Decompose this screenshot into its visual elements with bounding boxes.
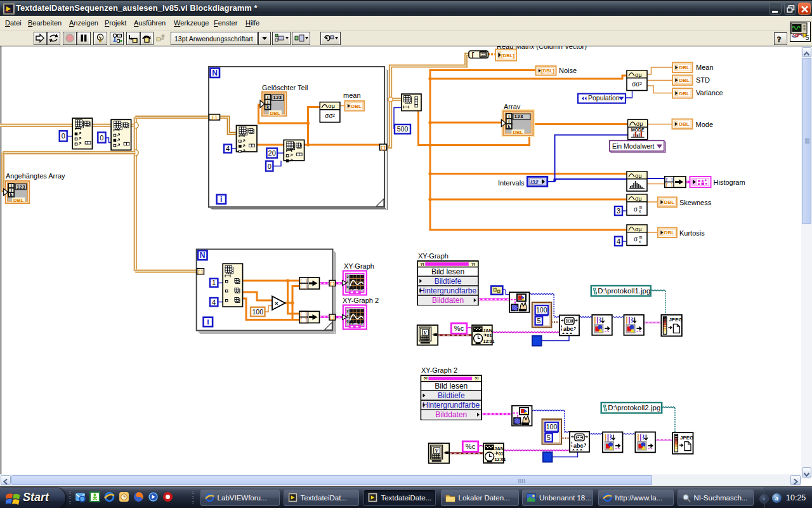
svg-text:abc: abc — [573, 443, 584, 449]
svg-text:100: 100 — [546, 423, 558, 431]
svg-text:MODE: MODE — [631, 128, 645, 132]
svg-text:DBL: DBL — [664, 199, 675, 205]
svg-text:Intervals: Intervals — [498, 179, 525, 187]
svg-text:N: N — [212, 69, 218, 77]
svg-text:[]: [] — [329, 315, 335, 320]
svg-text:DBL: DBL — [664, 230, 675, 236]
svg-text:I32: I32 — [530, 179, 539, 185]
svg-text:XY-Graph 2: XY-Graph 2 — [343, 297, 379, 304]
svg-text:σμ: σμ — [636, 121, 643, 127]
svg-text:N: N — [200, 251, 206, 260]
svg-text:D:\protokoll2.jpg: D:\protokoll2.jpg — [608, 404, 660, 411]
svg-text:σμ: σμ — [328, 103, 335, 109]
svg-text:Bilddaten: Bilddaten — [432, 296, 464, 305]
svg-text:σσ²: σσ² — [325, 112, 335, 119]
svg-text:abc: abc — [563, 326, 573, 332]
svg-text:σμ: σμ — [635, 72, 642, 78]
svg-text:V: V — [424, 330, 428, 336]
svg-text:5: 5 — [537, 317, 540, 324]
svg-text:Hintergrundfarbe: Hintergrundfarbe — [422, 401, 480, 410]
svg-text:0: 0 — [268, 163, 272, 170]
svg-text:i: i — [220, 195, 222, 204]
svg-text:Gelöschter Teil: Gelöschter Teil — [262, 84, 308, 91]
svg-text:5: 5 — [805, 34, 809, 41]
svg-text:20: 20 — [268, 149, 276, 157]
svg-text:[]: [] — [211, 115, 217, 120]
svg-text:4: 4 — [212, 298, 216, 306]
svg-text:D:\protokoll1.jpg: D:\protokoll1.jpg — [598, 287, 650, 295]
svg-text:σ: σ — [634, 206, 638, 213]
svg-text:?!: ?! — [424, 377, 428, 381]
svg-text:DBL: DBL — [13, 197, 24, 203]
svg-text:DBL: DBL — [679, 77, 690, 83]
svg-text:Variance: Variance — [696, 89, 723, 97]
svg-text:5: 5 — [547, 434, 551, 441]
svg-text:XY-Graph 2: XY-Graph 2 — [421, 366, 457, 374]
svg-text:Population: Population — [588, 94, 620, 102]
svg-text:123: 123 — [16, 184, 25, 190]
svg-text:σσ²: σσ² — [632, 81, 642, 88]
svg-text:JPEG: JPEG — [680, 435, 693, 441]
svg-text:?!: ?! — [475, 377, 479, 381]
svg-text:[]: [] — [329, 281, 335, 286]
svg-text:Noise: Noise — [559, 67, 577, 74]
svg-text:σμ: σμ — [635, 196, 642, 202]
svg-text:Hintergrundfarbe: Hintergrundfarbe — [419, 286, 476, 295]
svg-text:[ ]: [ ] — [300, 284, 308, 289]
svg-text:4: 4 — [226, 145, 230, 152]
svg-text:σ: σ — [634, 236, 638, 243]
svg-text:123: 123 — [514, 114, 523, 119]
svg-text:Ein Modalwert: Ein Modalwert — [612, 142, 655, 150]
svg-text:0: 0 — [62, 132, 65, 140]
svg-text:%c: %c — [454, 324, 464, 332]
svg-text:[DBL]: [DBL] — [541, 68, 554, 74]
svg-text:Kurtosis: Kurtosis — [679, 229, 705, 237]
svg-text:1: 1 — [212, 279, 216, 286]
svg-text:100: 100 — [536, 306, 547, 314]
svg-text:0: 0 — [100, 134, 103, 142]
svg-text:STD: STD — [696, 76, 710, 84]
svg-text:JAN: JAN — [494, 446, 504, 451]
svg-text:Bild lesen: Bild lesen — [435, 382, 468, 391]
svg-text:0.0: 0.0 — [349, 287, 354, 291]
svg-text:XY-Graph: XY-Graph — [344, 262, 374, 270]
svg-text:Array: Array — [504, 103, 521, 110]
svg-text:3: 3 — [617, 207, 620, 215]
svg-text:Bildtiefe: Bildtiefe — [438, 391, 465, 400]
svg-text:Mode: Mode — [696, 121, 714, 128]
svg-text:mean: mean — [343, 91, 361, 99]
svg-text:Bilddaten: Bilddaten — [435, 410, 467, 419]
svg-text:Bildtiefe: Bildtiefe — [435, 277, 462, 286]
svg-text:0.0: 0.0 — [349, 321, 354, 325]
svg-text:[]: [] — [197, 269, 203, 274]
svg-text:[DBL]: [DBL] — [501, 53, 514, 58]
svg-text:[]: [] — [380, 145, 386, 150]
svg-text:?: ? — [777, 34, 782, 44]
svg-text:01: 01 — [499, 451, 504, 456]
svg-text:×: × — [275, 300, 278, 307]
svg-text:[ ]: [ ] — [665, 178, 673, 182]
svg-text:Skewness: Skewness — [679, 199, 712, 206]
svg-text:Histogram: Histogram — [714, 178, 745, 186]
svg-text:DBL: DBL — [513, 130, 523, 135]
svg-text:Angehängtes Array: Angehängtes Array — [6, 172, 65, 180]
svg-text:[ ]: [ ] — [300, 312, 308, 317]
svg-text:DBL: DBL — [679, 91, 690, 97]
svg-text:123: 123 — [273, 95, 282, 100]
svg-text:DBL: DBL — [270, 110, 281, 116]
svg-text:XY-Graph: XY-Graph — [418, 252, 449, 260]
svg-text:?!: ?! — [420, 262, 424, 267]
svg-text:4: 4 — [617, 237, 620, 245]
svg-text:100: 100 — [252, 308, 263, 316]
svg-text:JPEG: JPEG — [669, 317, 682, 323]
svg-text:σμ: σμ — [635, 226, 642, 232]
svg-text:DBL: DBL — [679, 65, 690, 70]
svg-text:σμ: σμ — [635, 173, 642, 179]
svg-text:12:01: 12:01 — [483, 339, 495, 344]
svg-text:4.0: 4.0 — [358, 321, 363, 325]
svg-text:[ ]: [ ] — [300, 318, 308, 323]
svg-text:i: i — [207, 318, 209, 326]
svg-text:××: ×× — [481, 55, 485, 58]
svg-text:JAN: JAN — [483, 328, 492, 333]
svg-text:DBL: DBL — [679, 121, 690, 127]
